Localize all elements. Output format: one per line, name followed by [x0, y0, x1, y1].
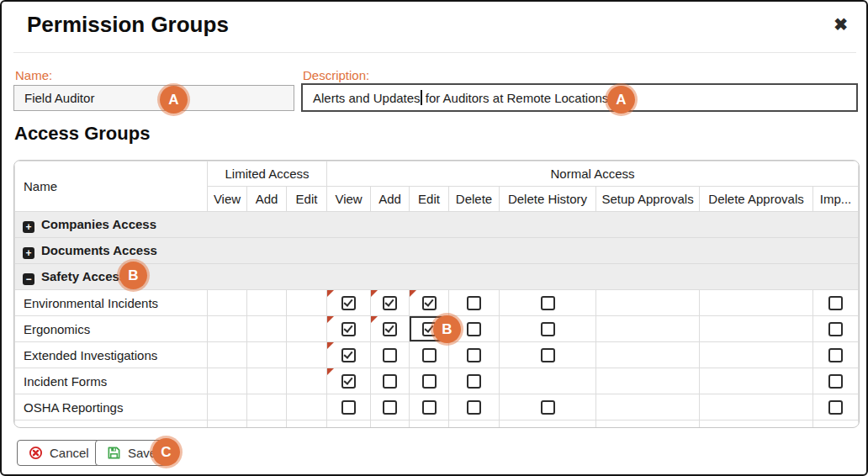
- checkbox-extended-investigations-normal-add[interactable]: [383, 348, 397, 362]
- cell-extended-investigations-normal-delete-history: [500, 342, 596, 368]
- description-value-before-caret: Alerts and Updates: [313, 91, 421, 105]
- checkbox-ergonomics-normal-add[interactable]: [383, 322, 397, 336]
- column-header-normal-add: Add: [371, 187, 410, 212]
- row-name-cell: Extended Investigations: [15, 342, 208, 368]
- cell-incident-forms-normal-imp: [813, 368, 859, 394]
- cell-osha-reportings-normal-edit: [410, 394, 449, 420]
- checkbox-environmental-incidents-normal-delete[interactable]: [467, 296, 481, 310]
- cell-incident-forms-normal-view: [327, 368, 371, 394]
- cell-ergonomics-limited-add: [247, 316, 287, 342]
- checkbox-incident-forms-normal-delete[interactable]: [467, 374, 481, 389]
- cell-empty-limited-view: [208, 420, 247, 429]
- cell-environmental-incidents-limited-edit: [287, 290, 327, 316]
- checkbox-environmental-incidents-normal-view[interactable]: [341, 296, 356, 310]
- description-input[interactable]: Alerts and Updates for Auditors at Remot…: [301, 83, 858, 112]
- cell-osha-reportings-normal-imp: [813, 394, 859, 420]
- group-row-cell-documents-access[interactable]: +Documents Access: [15, 238, 859, 264]
- save-floppy-icon: [107, 446, 121, 460]
- column-header-normal-delete-approvals: Delete Approvals: [700, 187, 813, 212]
- checkbox-osha-reportings-normal-delete[interactable]: [467, 400, 481, 415]
- cell-osha-reportings-normal-delete-approvals: [700, 394, 813, 420]
- checkbox-ergonomics-normal-imp[interactable]: [828, 322, 843, 336]
- checkbox-osha-reportings-normal-delete-history[interactable]: [541, 400, 555, 415]
- checkbox-osha-reportings-normal-view[interactable]: [341, 400, 356, 415]
- cell-empty-limited-edit: [287, 420, 327, 429]
- cell-empty-normal-imp: [813, 420, 859, 429]
- table-row-incident-forms: Incident Forms: [15, 368, 859, 394]
- cell-incident-forms-normal-delete-approvals: [700, 368, 813, 394]
- group-row-documents-access: +Documents Access: [15, 238, 859, 264]
- cell-environmental-incidents-normal-imp: [813, 290, 859, 316]
- callout-badge-a-description-field: A: [607, 86, 635, 114]
- checkbox-extended-investigations-normal-view[interactable]: [341, 348, 356, 362]
- cell-osha-reportings-limited-add: [247, 394, 287, 420]
- cell-osha-reportings-normal-add: [371, 394, 410, 420]
- collapse-icon[interactable]: −: [23, 273, 34, 285]
- name-input[interactable]: Field Auditor: [13, 85, 294, 111]
- expand-icon[interactable]: +: [23, 247, 34, 259]
- table-row-osha-reportings: OSHA Reportings: [15, 394, 859, 420]
- cell-empty-normal-view: [327, 420, 371, 429]
- checkbox-osha-reportings-normal-edit[interactable]: [422, 400, 437, 415]
- column-group-header-limited-access: Limited Access: [208, 161, 327, 187]
- cell-osha-reportings-normal-delete-history: [500, 394, 596, 420]
- cell-empty-normal-delete: [449, 420, 500, 429]
- checkbox-ergonomics-normal-view[interactable]: [341, 322, 356, 336]
- cell-environmental-incidents-limited-add: [247, 290, 287, 316]
- expand-icon[interactable]: +: [23, 221, 34, 233]
- checkbox-ergonomics-normal-delete[interactable]: [467, 322, 481, 336]
- cancel-button[interactable]: Cancel: [17, 440, 101, 466]
- cell-osha-reportings-normal-delete: [449, 394, 500, 420]
- column-header-name: Name: [15, 161, 208, 212]
- cell-extended-investigations-normal-view: [327, 342, 371, 368]
- checkbox-environmental-incidents-normal-edit[interactable]: [422, 296, 437, 310]
- column-header-normal-edit: Edit: [410, 187, 449, 212]
- cell-extended-investigations-normal-delete: [449, 342, 500, 368]
- row-name-cell: [15, 420, 208, 429]
- checkbox-extended-investigations-normal-imp[interactable]: [828, 348, 843, 362]
- checkbox-osha-reportings-normal-add[interactable]: [383, 400, 397, 415]
- checkbox-incident-forms-normal-edit[interactable]: [422, 374, 437, 389]
- cell-extended-investigations-limited-add: [247, 342, 287, 368]
- cell-osha-reportings-normal-view: [327, 394, 371, 420]
- cell-extended-investigations-limited-view: [208, 342, 247, 368]
- checkbox-extended-investigations-normal-edit[interactable]: [422, 348, 437, 362]
- cell-environmental-incidents-normal-setup-approvals: [596, 290, 700, 316]
- cell-environmental-incidents-normal-view: [327, 290, 371, 316]
- cell-environmental-incidents-normal-edit: [410, 290, 449, 316]
- column-header-normal-delete: Delete: [449, 187, 500, 212]
- group-row-label: Documents Access: [41, 243, 157, 257]
- checkbox-extended-investigations-normal-delete-history[interactable]: [541, 348, 555, 362]
- group-row-label: Safety Access: [41, 269, 126, 283]
- cell-incident-forms-normal-delete: [449, 368, 500, 394]
- row-name-cell: Incident Forms: [15, 368, 208, 394]
- checkbox-environmental-incidents-normal-delete-history[interactable]: [541, 296, 555, 310]
- table-row-empty: [15, 420, 859, 429]
- checkbox-incident-forms-normal-view[interactable]: [341, 374, 356, 389]
- checkbox-extended-investigations-normal-delete[interactable]: [467, 348, 481, 362]
- cell-environmental-incidents-normal-delete-history: [500, 290, 596, 316]
- checkbox-osha-reportings-normal-imp[interactable]: [828, 400, 843, 415]
- close-icon[interactable]: ✖: [834, 16, 848, 33]
- group-row-cell-companies-access[interactable]: +Companies Access: [15, 212, 859, 238]
- checkbox-ergonomics-normal-delete-history[interactable]: [541, 322, 555, 336]
- cell-ergonomics-limited-edit: [287, 316, 327, 342]
- cell-environmental-incidents-normal-delete: [449, 290, 500, 316]
- checkbox-incident-forms-normal-imp[interactable]: [828, 374, 843, 389]
- cell-extended-investigations-normal-delete-approvals: [700, 342, 813, 368]
- checkbox-environmental-incidents-normal-imp[interactable]: [828, 296, 843, 310]
- cell-empty-normal-add: [371, 420, 410, 429]
- cell-extended-investigations-normal-edit: [410, 342, 449, 368]
- cell-incident-forms-normal-setup-approvals: [596, 368, 700, 394]
- column-header-normal-setup-approvals: Setup Approvals: [596, 187, 700, 212]
- checkbox-environmental-incidents-normal-add[interactable]: [383, 296, 397, 310]
- cell-osha-reportings-normal-setup-approvals: [596, 394, 700, 420]
- cell-osha-reportings-limited-edit: [287, 394, 327, 420]
- checkbox-incident-forms-normal-add[interactable]: [383, 374, 397, 389]
- permission-groups-dialog: Permission Groups ✖ Name: Field Auditor …: [0, 0, 868, 476]
- title-divider: [13, 52, 856, 53]
- cell-ergonomics-normal-delete-approvals: [700, 316, 813, 342]
- cell-extended-investigations-normal-imp: [813, 342, 859, 368]
- cell-extended-investigations-limited-edit: [287, 342, 327, 368]
- cell-empty-normal-delete-approvals: [700, 420, 813, 429]
